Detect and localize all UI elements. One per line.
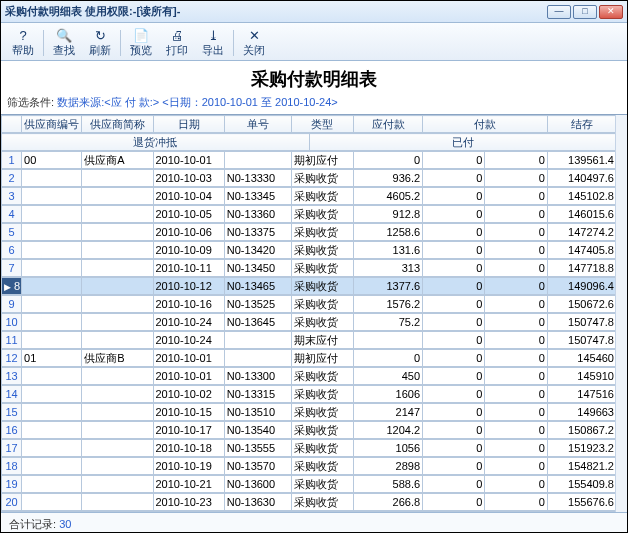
refresh-label: 刷新 bbox=[89, 43, 111, 58]
row-number[interactable]: 16 bbox=[2, 422, 22, 439]
cell-docno: N0-13540 bbox=[224, 422, 291, 439]
refresh-button[interactable]: ↻刷新 bbox=[82, 25, 118, 60]
row-number[interactable]: 11 bbox=[2, 332, 22, 349]
col-rownum[interactable] bbox=[2, 116, 22, 133]
cell-supplier-code bbox=[22, 314, 82, 331]
col-balance[interactable]: 结存 bbox=[547, 116, 616, 133]
cell-balance: 147274.2 bbox=[547, 224, 616, 241]
col-return-offset[interactable]: 退货冲抵 bbox=[2, 134, 310, 151]
filter-source-link[interactable]: 数据来源:<应 付 款:> bbox=[57, 96, 159, 108]
table-row[interactable]: 202010-10-23N0-13630采购收货266.800155676.6 bbox=[1, 493, 617, 511]
row-number[interactable]: 4 bbox=[2, 206, 22, 223]
col-payable[interactable]: 应付款 bbox=[354, 116, 423, 133]
table-row[interactable]: 112010-10-24期末应付00150747.8 bbox=[1, 331, 617, 349]
cell-date: 2010-10-06 bbox=[153, 224, 224, 241]
row-number[interactable]: 10 bbox=[2, 314, 22, 331]
cell-balance: 155676.6 bbox=[547, 494, 616, 511]
table-row[interactable]: 192010-10-21N0-13600采购收货588.600155409.8 bbox=[1, 475, 617, 493]
cell-supplier-code bbox=[22, 242, 82, 259]
table-row[interactable]: 212010-10-24期末应付00155676.6 bbox=[1, 511, 617, 512]
cell-type: 采购收货 bbox=[291, 494, 353, 511]
row-number[interactable]: 13 bbox=[2, 368, 22, 385]
row-number[interactable]: ▶ 8 bbox=[2, 278, 22, 295]
cell-date: 2010-10-09 bbox=[153, 242, 224, 259]
col-supplier-name[interactable]: 供应商简称 bbox=[82, 116, 153, 133]
row-number[interactable]: 21 bbox=[2, 512, 22, 513]
cell-type: 采购收货 bbox=[291, 296, 353, 313]
cell-payable bbox=[354, 512, 423, 513]
row-number[interactable]: 14 bbox=[2, 386, 22, 403]
find-button[interactable]: 🔍查找 bbox=[46, 25, 82, 60]
table-row[interactable]: 100供应商A2010-10-01期初应付000139561.4 bbox=[1, 151, 617, 169]
cell-supplier-name bbox=[82, 368, 153, 385]
minimize-button[interactable]: — bbox=[547, 5, 571, 19]
row-number[interactable]: 18 bbox=[2, 458, 22, 475]
table-row[interactable]: 152010-10-15N0-13510采购收货214700149663 bbox=[1, 403, 617, 421]
cell-balance: 149663 bbox=[547, 404, 616, 421]
col-docno[interactable]: 单号 bbox=[224, 116, 291, 133]
data-grid[interactable]: 供应商编号 供应商简称 日期 单号 类型 应付款 付款 结存 退货冲抵 已付 1… bbox=[1, 115, 617, 512]
table-row[interactable]: ▶ 82010-10-12N0-13465采购收货1377.600149096.… bbox=[1, 277, 617, 295]
find-icon: 🔍 bbox=[56, 27, 72, 43]
table-row[interactable]: 42010-10-05N0-13360采购收货912.800146015.6 bbox=[1, 205, 617, 223]
row-number[interactable]: 3 bbox=[2, 188, 22, 205]
row-number[interactable]: 17 bbox=[2, 440, 22, 457]
table-row[interactable]: 172010-10-18N0-13555采购收货105600151923.2 bbox=[1, 439, 617, 457]
table-row[interactable]: 72010-10-11N0-13450采购收货31300147718.8 bbox=[1, 259, 617, 277]
row-number[interactable]: 6 bbox=[2, 242, 22, 259]
cell-balance: 145102.8 bbox=[547, 188, 616, 205]
help-button[interactable]: ?帮助 bbox=[5, 25, 41, 60]
table-row[interactable]: 102010-10-24N0-13645采购收货75.200150747.8 bbox=[1, 313, 617, 331]
row-number[interactable]: 20 bbox=[2, 494, 22, 511]
cell-balance: 150672.6 bbox=[547, 296, 616, 313]
cell-type: 采购收货 bbox=[291, 170, 353, 187]
row-number[interactable]: 2 bbox=[2, 170, 22, 187]
table-row[interactable]: 132010-10-01N0-13300采购收货45000145910 bbox=[1, 367, 617, 385]
cell-type: 采购收货 bbox=[291, 368, 353, 385]
cell-return-offset: 0 bbox=[423, 494, 485, 511]
cell-supplier-code bbox=[22, 440, 82, 457]
cell-return-offset: 0 bbox=[423, 404, 485, 421]
row-number[interactable]: 1 bbox=[2, 152, 22, 169]
table-row[interactable]: 92010-10-16N0-13525采购收货1576.200150672.6 bbox=[1, 295, 617, 313]
table-row[interactable]: 32010-10-04N0-13345采购收货4605.200145102.8 bbox=[1, 187, 617, 205]
cell-payable: 0 bbox=[354, 350, 423, 367]
row-number[interactable]: 12 bbox=[2, 350, 22, 367]
col-supplier-code[interactable]: 供应商编号 bbox=[22, 116, 82, 133]
col-payment-group[interactable]: 付款 bbox=[423, 116, 548, 133]
maximize-button[interactable]: □ bbox=[573, 5, 597, 19]
cell-payable: 0 bbox=[354, 152, 423, 169]
col-date[interactable]: 日期 bbox=[153, 116, 224, 133]
table-row[interactable]: 1201供应商B2010-10-01期初应付000145460 bbox=[1, 349, 617, 367]
export-button[interactable]: ⤓导出 bbox=[195, 25, 231, 60]
table-row[interactable]: 62010-10-09N0-13420采购收货131.600147405.8 bbox=[1, 241, 617, 259]
print-button[interactable]: 🖨打印 bbox=[159, 25, 195, 60]
close-icon: ✕ bbox=[246, 27, 262, 43]
preview-button[interactable]: 📄预览 bbox=[123, 25, 159, 60]
close-window-button[interactable]: ✕ bbox=[599, 5, 623, 19]
cell-date: 2010-10-01 bbox=[153, 368, 224, 385]
table-row[interactable]: 182010-10-19N0-13570采购收货289800154821.2 bbox=[1, 457, 617, 475]
cell-type: 期初应付 bbox=[291, 350, 353, 367]
filter-date-link[interactable]: <日期：2010-10-01 至 2010-10-24> bbox=[162, 96, 338, 108]
row-number[interactable]: 19 bbox=[2, 476, 22, 493]
filter-bar: 筛选条件: 数据来源:<应 付 款:> <日期：2010-10-01 至 201… bbox=[1, 93, 627, 114]
vertical-scrollbar[interactable] bbox=[615, 115, 627, 512]
row-number[interactable]: 7 bbox=[2, 260, 22, 277]
row-number[interactable]: 5 bbox=[2, 224, 22, 241]
table-row[interactable]: 52010-10-06N0-13375采购收货1258.600147274.2 bbox=[1, 223, 617, 241]
close-button[interactable]: ✕关闭 bbox=[236, 25, 272, 60]
table-row[interactable]: 162010-10-17N0-13540采购收货1204.200150867.2 bbox=[1, 421, 617, 439]
cell-docno bbox=[224, 152, 291, 169]
row-number[interactable]: 15 bbox=[2, 404, 22, 421]
cell-supplier-code: 01 bbox=[22, 350, 82, 367]
col-paid[interactable]: 已付 bbox=[309, 134, 617, 151]
cell-balance: 147718.8 bbox=[547, 260, 616, 277]
col-type[interactable]: 类型 bbox=[291, 116, 353, 133]
table-row[interactable]: 22010-10-03N0-13330采购收货936.200140497.6 bbox=[1, 169, 617, 187]
row-number[interactable]: 9 bbox=[2, 296, 22, 313]
table-row[interactable]: 142010-10-02N0-13315采购收货160600147516 bbox=[1, 385, 617, 403]
cell-supplier-code bbox=[22, 512, 82, 513]
cell-payable: 1377.6 bbox=[354, 278, 423, 295]
cell-supplier-name bbox=[82, 224, 153, 241]
